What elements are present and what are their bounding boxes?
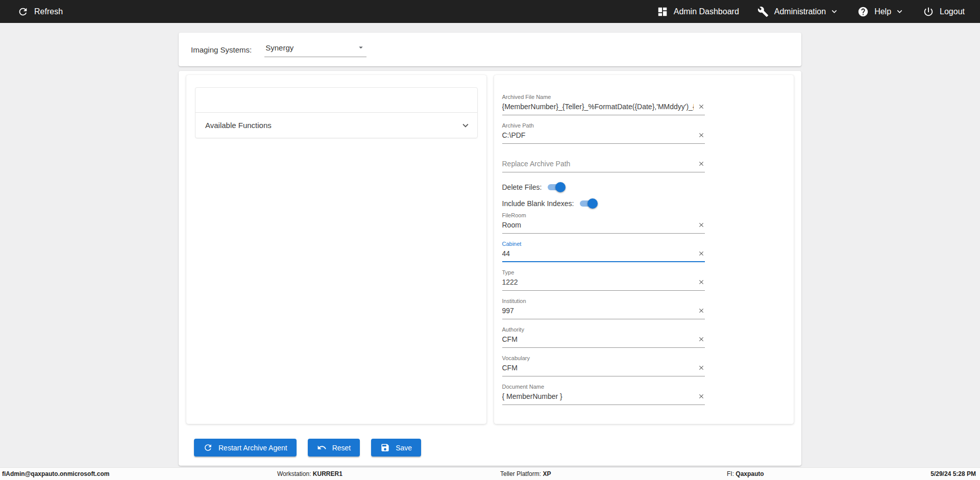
authority-clear-button[interactable] [698,336,705,343]
close-icon [698,364,705,371]
workstation-status: Workstation: KURRER1 [277,468,342,480]
close-icon [698,336,705,343]
help-menu-button[interactable]: Help [857,6,904,17]
admin-dashboard-label: Admin Dashboard [674,7,739,16]
toggle-thumb [587,198,598,209]
panels: Available Functions Archived File Name [186,75,794,424]
imaging-systems-select[interactable]: Synergy [264,42,366,57]
archive-form-fields: Archived File Name Archive Path [494,75,705,405]
close-icon [698,221,705,229]
delete-files-row: Delete Files: [502,179,705,195]
field-label: Document Name [502,383,705,390]
institution-input[interactable] [502,306,694,315]
replace-archive-path-input[interactable] [502,159,694,168]
refresh-button[interactable]: Refresh [17,6,63,17]
refresh-icon [17,6,29,17]
close-icon [698,103,705,110]
include-blank-indexes-row: Include Blank Indexes: [502,195,705,212]
type-input[interactable] [502,277,694,287]
fileroom-clear-button[interactable] [698,221,705,229]
replace-archive-path-field [502,150,705,172]
type-field: Type [502,269,705,291]
field-label: Type [502,269,705,276]
save-label: Save [396,444,412,452]
status-bar: fiAdmin@qaxpauto.onmicrosoft.com Worksta… [0,467,980,480]
archived-file-name-field: Archived File Name [502,93,705,115]
refresh-icon [203,443,213,452]
field-label: FileRoom [502,212,705,219]
delete-files-toggle[interactable] [547,182,566,192]
archived-file-name-clear-button[interactable] [698,103,705,110]
teller-platform-label: Teller Platform: [500,470,541,477]
close-icon [698,160,705,167]
document-name-field: Document Name [502,383,705,405]
field-label: Cabinet [502,240,705,247]
fileroom-field: FileRoom [502,212,705,234]
workstation-label: Workstation: [277,470,311,477]
reset-button[interactable]: Reset [308,439,360,457]
cabinet-clear-button[interactable] [698,250,705,257]
delete-files-label: Delete Files: [502,183,542,191]
field-label: Archive Path [502,122,705,129]
institution-field: Institution [502,297,705,319]
field-label: Archived File Name [502,93,705,100]
institution-clear-button[interactable] [698,307,705,314]
cabinet-input[interactable] [502,249,694,258]
archived-file-name-input[interactable] [502,102,694,111]
page-content: Imaging Systems: Synergy Available Funct… [179,33,801,466]
available-functions-expander[interactable]: Available Functions [195,112,477,138]
available-functions-box: Available Functions [195,87,478,138]
dropdown-arrow-icon [356,43,365,52]
help-label: Help [874,7,891,16]
close-icon [698,132,705,139]
archive-path-input[interactable] [502,131,694,140]
undo-icon [317,443,327,452]
archive-settings-card: Available Functions Archived File Name [179,71,801,466]
chevron-down-icon [895,7,904,16]
teller-platform-status: Teller Platform: XP [500,468,551,480]
vocabulary-input[interactable] [502,363,694,372]
chevron-down-icon [829,7,839,16]
save-button[interactable]: Save [371,439,421,457]
imaging-systems-selected-value: Synergy [265,43,293,52]
cabinet-field: Cabinet [502,240,705,262]
vocabulary-clear-button[interactable] [698,364,705,371]
workstation-value: KURRER1 [313,470,342,477]
close-icon [698,307,705,314]
type-clear-button[interactable] [698,279,705,286]
save-icon [380,443,390,452]
restart-archive-agent-button[interactable]: Restart Archive Agent [194,439,297,457]
include-blank-indexes-label: Include Blank Indexes: [502,199,574,208]
administration-menu-button[interactable]: Administration [757,6,839,17]
help-icon [857,6,869,17]
datetime-status: 5/29/24 5:28 PM [930,468,976,480]
chevron-down-icon [460,120,471,131]
dashboard-icon [657,6,668,17]
include-blank-indexes-toggle[interactable] [579,198,598,209]
field-label: Institution [502,297,705,305]
action-buttons: Restart Archive Agent Reset Save [186,439,794,457]
field-label: Vocabulary [502,355,705,362]
top-navigation-bar: Refresh Admin Dashboard Administration H… [0,0,980,23]
available-functions-label: Available Functions [205,121,272,130]
administration-label: Administration [774,7,826,16]
close-icon [698,393,705,400]
toggle-thumb [555,182,566,192]
document-name-clear-button[interactable] [698,393,705,400]
archive-path-clear-button[interactable] [698,132,705,139]
functions-panel: Available Functions [186,75,486,424]
replace-archive-path-clear-button[interactable] [698,160,705,167]
logout-label: Logout [940,7,965,16]
authority-field: Authority [502,326,705,348]
document-name-input[interactable] [502,392,694,401]
close-icon [698,250,705,257]
admin-dashboard-button[interactable]: Admin Dashboard [657,6,739,17]
vocabulary-field: Vocabulary [502,355,705,376]
imaging-systems-card: Imaging Systems: Synergy [179,33,801,66]
logged-in-user: fiAdmin@qaxpauto.onmicrosoft.com [2,468,109,480]
authority-input[interactable] [502,335,694,344]
functions-empty-area [195,88,477,112]
close-icon [698,279,705,286]
fileroom-input[interactable] [502,220,694,230]
logout-button[interactable]: Logout [923,6,965,17]
